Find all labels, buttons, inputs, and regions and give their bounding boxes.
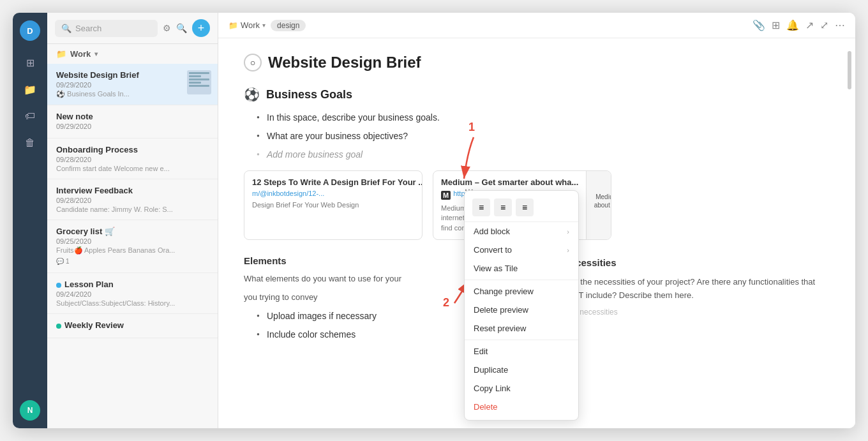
ctx-convert-to[interactable]: Convert to › [465,241,578,259]
main-toolbar: 📁 Work ▾ design 📎 ⊞ 🔔 ↗ ⤢ ⋯ [218,13,855,38]
workspace-chevron-icon: ▾ [94,50,98,57]
breadcrumb-workspace: Work [241,20,260,30]
breadcrumb-chevron-icon: ▾ [262,22,266,29]
share-icon[interactable]: ↗ [805,19,814,31]
medium-thumb-text: Medium Get smarter about what matters to… [592,193,611,218]
ctx-divider [465,280,578,280]
note-item-new-note[interactable]: New note 09/29/2020 [47,105,218,138]
user-avatar[interactable]: D [20,20,40,41]
note-preview: Fruits🍎 Apples Pears Bananas Ora... [56,246,190,255]
sidebar-notes: 🔍 Search ⚙ 🔍 + 📁 Work ▾ Website Design B… [47,13,218,428]
nav-icon-folder[interactable]: 📁 [19,78,41,101]
necessities-section: ❗ Necessities What are the necessities o… [544,255,830,350]
ctx-duplicate[interactable]: Duplicate [465,361,578,379]
more-options-icon[interactable]: ⋯ [835,19,845,31]
scroll-indicator[interactable] [848,51,851,428]
link-card-inkbot[interactable]: 12 Steps To Write A Design Brief For You… [244,170,423,240]
note-title: Interview Feedback [56,186,209,195]
note-date: 09/28/2020 [56,156,209,163]
nav-icon-tag[interactable]: 🏷 [19,105,41,128]
nav-icon-grid[interactable]: ⊞ [19,51,41,74]
ctx-view-as-tile[interactable]: View as Tile [465,259,578,278]
note-date: 09/24/2020 [56,290,209,298]
note-date: 09/28/2020 [56,197,209,204]
ctx-change-preview[interactable]: Change preview [465,282,578,301]
note-title-main: ○ Website Design Brief [244,54,830,71]
ctx-delete[interactable]: Delete [465,398,578,416]
attachment-icon[interactable]: 📎 [752,19,765,31]
note-date: 09/29/2020 [56,81,209,89]
note-title: Lesson Plan [56,280,209,289]
app-window: D ⊞ 📁 🏷 🗑 N 🔍 Search ⚙ 🔍 + 📁 Work ▾ Webs… [13,13,855,428]
bullet-item-2: What are your business objectives? [257,130,830,143]
ctx-reset-preview[interactable]: Reset preview [465,319,578,338]
toolbar-actions: 📎 ⊞ 🔔 ↗ ⤢ ⋯ [752,19,845,31]
link-card-title: 12 Steps To Write A Design Brief For You… [252,177,423,187]
note-badge: 💬1 [56,258,70,265]
tag-label[interactable]: design [271,20,306,31]
note-item-weekly-review[interactable]: Weekly Review [47,314,218,338]
note-item-lesson-plan[interactable]: Lesson Plan 09/24/2020 Subject/Class:Sub… [47,273,218,314]
bullet-item-1: In this space, describe your business go… [257,111,830,124]
filter-icon[interactable]: ⚙ [163,23,171,33]
note-preview: Confirm start date Welcome new e... [56,165,190,172]
search-toggle-icon[interactable]: 🔍 [176,23,187,33]
link-card-subtitle: Design Brief For Your Web Design [252,201,423,209]
ctx-edit[interactable]: Edit [465,342,578,361]
view-toggle-icon[interactable]: ⊞ [772,19,780,31]
note-preview: Subject/Class:Subject/Class: History... [56,299,190,307]
necessities-heading: ❗ Necessities [544,255,830,269]
nav-icon-trash[interactable]: 🗑 [19,131,41,154]
note-status-circle: ○ [244,54,262,71]
note-title: Weekly Review [56,320,209,330]
ctx-align-right-icon[interactable]: ≡ [516,198,534,216]
search-placeholder: Search [75,24,101,33]
note-title: Website Design Brief [56,70,209,80]
ctx-align-center-icon[interactable]: ≡ [494,198,512,216]
search-input[interactable]: 🔍 Search [55,20,158,37]
fullscreen-icon[interactable]: ⤢ [820,19,828,31]
ctx-divider-2 [465,340,578,340]
note-preview: ⚽ Business Goals In... [56,90,168,98]
link-card-thumb-medium: Medium Get smarter about what matters to… [586,171,611,239]
note-thumbnail [187,70,211,94]
link-card-title: Medium – Get smarter about wha... [441,177,578,187]
breadcrumb-folder-icon: 📁 [228,21,238,30]
soccer-icon: ⚽ [244,87,260,102]
context-menu: ≡ ≡ ≡ Add block › Convert to › View as T… [464,190,579,421]
ctx-delete-preview[interactable]: Delete preview [465,301,578,319]
medium-badge: M [441,191,451,200]
context-menu-icons: ≡ ≡ ≡ [465,195,578,222]
search-icon: 🔍 [61,24,71,33]
arrow-right-icon: › [567,228,569,235]
bottom-avatar[interactable]: N [20,400,40,421]
add-business-goal-link[interactable]: Add more business goal [257,148,830,161]
note-item-interview[interactable]: Interview Feedback 09/28/2020 Candidate … [47,179,218,220]
business-goals-heading: ⚽ Business Goals [244,87,830,102]
add-necessities-link[interactable]: Add more necessities [544,308,830,317]
ctx-copy-link[interactable]: Copy Link [465,379,578,398]
note-title: Grocery list 🛒 [56,227,209,236]
sidebar-narrow: D ⊞ 📁 🏷 🗑 N [13,13,47,428]
note-title: New note [56,112,209,121]
note-date: 09/25/2020 [56,237,209,245]
ctx-align-left-icon[interactable]: ≡ [472,198,490,216]
workspace-folder-icon: 📁 [56,49,66,59]
business-goals-list: In this space, describe your business go… [257,111,830,161]
note-date: 09/29/2020 [56,123,209,130]
ctx-add-block[interactable]: Add block › [465,222,578,241]
note-title: Onboarding Process [56,145,209,154]
workspace-label: Work [70,49,91,59]
breadcrumb[interactable]: 📁 Work ▾ [228,20,266,30]
main-content: 📁 Work ▾ design 📎 ⊞ 🔔 ↗ ⤢ ⋯ ○ Website De… [218,13,855,428]
add-note-button[interactable]: + [192,19,210,37]
sidebar-header: 🔍 Search ⚙ 🔍 + [47,13,218,44]
notification-icon[interactable]: 🔔 [786,19,799,31]
note-item-website-design-brief[interactable]: Website Design Brief 09/29/2020 ⚽ Busine… [47,64,218,105]
arrow-right-icon: › [567,246,569,254]
link-card-url: m/@inkbotdesign/12-... [252,190,423,197]
necessities-desc: What are the necessities of your project… [544,276,830,303]
note-item-grocery[interactable]: Grocery list 🛒 09/25/2020 Fruits🍎 Apples… [47,220,218,273]
workspace-selector[interactable]: 📁 Work ▾ [47,44,218,64]
note-item-onboarding[interactable]: Onboarding Process 09/28/2020 Confirm st… [47,138,218,179]
